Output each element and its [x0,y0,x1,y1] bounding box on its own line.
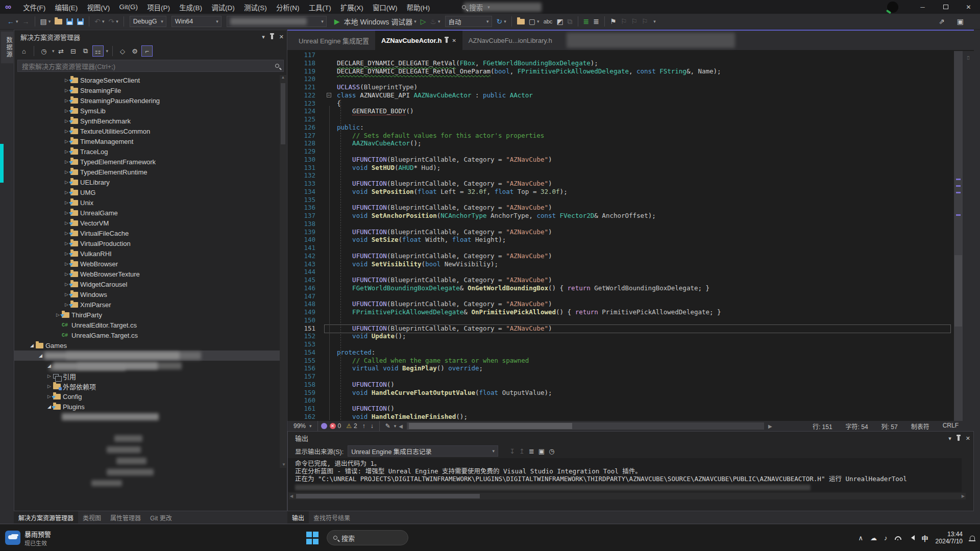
tree-item[interactable]: ◢Games [14,340,280,350]
code-line[interactable]: 128 AAZNavCubeActor(); [287,139,954,147]
pin-icon[interactable] [271,35,273,39]
solution-search-input[interactable]: 搜索解决方案资源管理器(Ctrl+;) [17,60,284,72]
prev-message-button[interactable]: ↧ [509,447,515,455]
code-line[interactable]: 150 [287,316,954,324]
tree-item[interactable]: ▷StreamingFile [14,85,280,95]
tree-item[interactable]: ▷XmlParser [14,299,280,310]
eol-mode[interactable]: CRLF [943,422,959,431]
code-line[interactable]: 120 [287,75,954,83]
panel-menu-chevron-icon[interactable]: ▾ [262,34,265,40]
open-file-button[interactable] [55,19,62,24]
code-line[interactable]: 142 UFUNCTION(BlueprintCallable, Categor… [287,252,954,260]
sidebar-tab-data-sources[interactable]: 数据源 [1,32,13,63]
tree-item[interactable]: ▷Windows [14,289,280,299]
code-line[interactable]: 162 void HandleTimelineFinished(); [287,413,954,421]
start-button[interactable] [306,531,320,544]
code-line[interactable]: 122−class AZNAVCUBE_API AAZNavCubeActor … [287,91,954,99]
tree-item[interactable]: ▷WebBrowserTexture [14,269,280,279]
media-icon[interactable]: ♪ [884,534,888,542]
next-message-button[interactable]: ↥ [519,447,525,455]
panel-menu-chevron-icon[interactable]: ▾ [948,435,951,442]
next-bookmark-button[interactable]: ⚐ [631,17,638,26]
code-line[interactable]: 156 virtual void BeginPlay() override; [287,364,954,372]
filter-toggle-button[interactable]: ⚏ [92,45,104,57]
code-line[interactable]: 148 UFUNCTION(BlueprintCallable, Categor… [287,300,954,308]
tool-window-tab[interactable]: 查找符号结果 [309,511,355,523]
code-line[interactable]: 146 FGetWorldBoundingBoxDelegate& OnGetW… [287,284,954,292]
tree-item[interactable]: ▷UMG [14,187,280,197]
solution-platform-combo[interactable]: Win64▾ [172,16,222,27]
document-tab[interactable]: AZNavCubeFu...ionLibrary.h [462,31,558,50]
editor-horizontal-scrollbar[interactable] [407,422,764,430]
tree-item[interactable]: ▷TextureUtilitiesCommon [14,126,280,136]
feedback-icon[interactable]: ▣ [957,17,964,26]
code-line[interactable]: 155 // Called when the game starts or wh… [287,357,954,365]
menu-item[interactable]: 分析(N) [272,0,304,14]
clipboard-button[interactable]: ⧉ [568,17,573,26]
code-line[interactable]: 160 [287,396,954,405]
tree-item[interactable]: ▷UnrealGame [14,208,280,218]
tree-scrollbar[interactable]: ▲▼ [280,75,286,468]
clear-bookmarks-button[interactable]: ⚐ [642,17,648,26]
tool-window-tab[interactable]: Git 更改 [145,511,177,523]
code-line[interactable]: 153 [287,340,954,348]
tree-item[interactable]: ▷TypedElementRuntime [14,167,280,177]
code-line[interactable]: 145 UFUNCTION(BlueprintCallable, Categor… [287,276,954,284]
tree-item[interactable]: ▷SymsLib [14,106,280,116]
maximize-button[interactable] [934,0,957,14]
minimize-button[interactable]: ─ [911,0,934,14]
code-editor[interactable]: 117118DECLARE_DYNAMIC_DELEGATE_RetVal(FB… [287,51,954,421]
selection-button[interactable]: ◩ [556,17,563,26]
code-line[interactable]: 126public: [287,123,954,132]
collapsed-arrow-icon[interactable]: ▷ [45,384,53,389]
timestamp-button[interactable]: ◷ [549,447,554,455]
code-line[interactable]: 119DECLARE_DYNAMIC_DELEGATE_RetVal_OnePa… [287,67,954,76]
tree-item[interactable]: ▷VirtualFileCache [14,228,280,238]
accessibility-icon[interactable] [321,423,327,429]
startup-project-combo[interactable]: ▾ [227,16,327,27]
find-in-files-button[interactable] [517,19,525,24]
tree-item[interactable]: ▷WidgetCarousel [14,279,280,289]
menu-item[interactable]: 工具(T) [304,0,336,14]
tree-item[interactable]: ▷外部依赖项 [14,381,280,391]
refresh-button[interactable]: ↻▾ [497,17,506,26]
code-line[interactable]: 137 void SetAnchorPosition(NCAnchorType … [287,212,954,220]
menu-item[interactable]: 生成(B) [175,0,207,14]
code-line[interactable]: 129 [287,147,954,156]
redo-button[interactable]: ↷▾ [109,17,118,26]
hscroll-left-arrow[interactable]: ◀ [399,423,403,429]
cloud-icon[interactable]: ☁ [870,534,877,542]
volume-icon[interactable] [909,535,915,540]
code-line[interactable]: 117 [287,51,954,59]
zoom-combo[interactable]: 99%▾ [293,422,312,430]
fold-collapse-icon[interactable]: − [327,93,331,97]
menu-item[interactable]: 项目(P) [142,0,175,14]
code-line[interactable]: 157 [287,372,954,381]
code-line[interactable]: 123{ [287,99,954,108]
menu-item[interactable]: 帮助(H) [402,0,435,14]
warning-count[interactable]: ⚠2 [346,422,357,430]
notification-center-bell[interactable] [970,536,975,540]
close-icon[interactable]: ✕ [452,38,456,43]
code-line[interactable]: 149 FPrimitivePickAllowedDelegate& OnPri… [287,308,954,316]
save-all-button[interactable] [77,18,84,25]
navigate-symbol-button[interactable]: ▢▾ [529,17,540,26]
menu-item[interactable]: Git(G) [114,0,142,14]
spell-check-button[interactable]: abc [544,18,553,24]
tree-item[interactable]: C#UnrealGame.Target.cs [14,330,280,340]
tool-window-tab[interactable]: 输出 [287,511,309,523]
outdent-button[interactable]: ≣ [593,17,599,26]
code-line[interactable]: 144 [287,268,954,276]
bookmark-margin-icon[interactable]: ⌷ [967,55,970,61]
hot-reload-button[interactable]: ♨▾ [430,17,440,26]
panel-close-icon[interactable]: ✕ [279,34,284,40]
menu-item[interactable]: 视图(V) [82,0,114,14]
code-line[interactable]: 132 [287,171,954,180]
tree-item[interactable]: ▷UELibrary [14,177,280,187]
code-line[interactable]: 138 [287,220,954,228]
switch-views-button[interactable]: ⌂ [18,45,30,57]
menu-item[interactable]: 扩展(X) [336,0,368,14]
output-horizontal-scrollbar[interactable]: ◀▶ [289,493,966,499]
prev-bookmark-button[interactable]: ⚐ [621,17,627,26]
tool-window-tab[interactable]: 类视图 [78,511,106,523]
